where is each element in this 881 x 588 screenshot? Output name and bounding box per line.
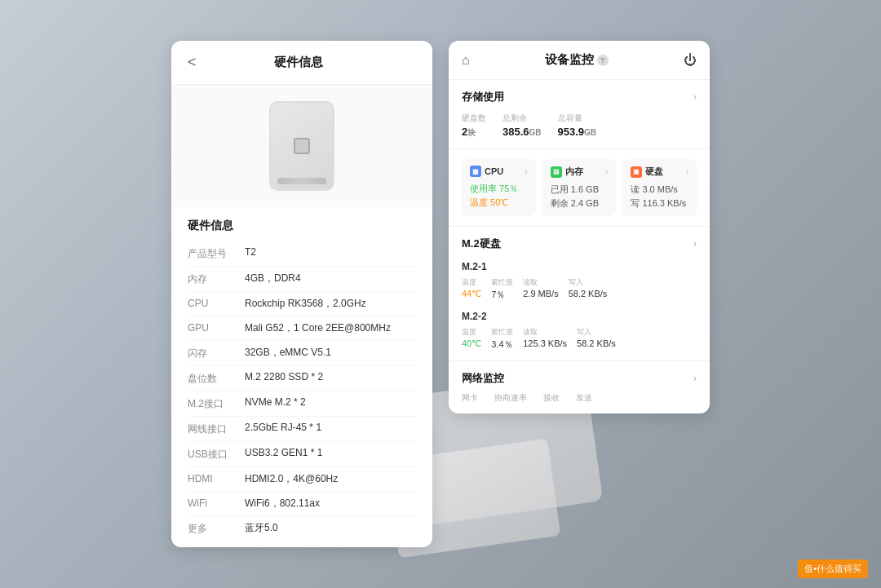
m2-busy: 紧忙度 7％	[491, 277, 513, 301]
hw-row: WiFi WiFi6，802.11ax	[188, 492, 416, 516]
cpu-icon: ▦	[470, 166, 481, 177]
hw-row: USB接口 USB3.2 GEN1 * 1	[188, 442, 416, 467]
network-col-label: 接收	[543, 392, 560, 404]
device-image	[269, 101, 334, 191]
panels-container: < 硬件信息 硬件信息 产品型号 T2 内存 4GB，DDR4 CPU Rock…	[155, 8, 726, 580]
network-col-label: 协商速率	[494, 392, 527, 404]
memory-card: ▤ 内存 › 已用 1.6 GB 剩余 2.4 GB	[542, 159, 617, 216]
storage-chevron[interactable]: ›	[693, 91, 697, 103]
disk-icon: ▣	[631, 166, 642, 178]
hw-row: HDMI HDMI2.0，4K@60Hz	[188, 467, 416, 492]
storage-title: 存储使用	[462, 90, 504, 104]
hw-row: 产品型号 T2	[188, 241, 416, 267]
m2-item-name: M.2-2	[462, 311, 697, 322]
total-value: 953.9GB	[558, 126, 597, 138]
network-col-label: 发送	[576, 392, 592, 404]
m2-drive-item: M.2-2 温度 40℃ 紧忙度 3.4％ 读取 125.3 KB/s 写入 5…	[462, 311, 697, 351]
hw-row: 闪存 32GB，eMMC V5.1	[188, 341, 416, 366]
remaining-label: 总剩余	[502, 113, 542, 124]
hw-section-title: 硬件信息	[188, 219, 416, 233]
hw-row-label: 产品型号	[188, 246, 245, 261]
m2-items: M.2-1 温度 44℃ 紧忙度 7％ 读取 2.9 MB/s 写入 58.2 …	[462, 261, 697, 351]
network-chevron[interactable]: ›	[693, 373, 697, 384]
hw-row-label: 盘位数	[188, 371, 245, 386]
hw-row-value: T2	[245, 246, 416, 258]
m2-read: 读取 2.9 MB/s	[523, 277, 558, 301]
network-section: 网络监控 › 网卡协商速率接收发送	[449, 361, 710, 413]
memory-chevron[interactable]: ›	[605, 167, 608, 176]
monitor-title-text: 设备监控	[545, 52, 594, 68]
m2-title: M.2硬盘	[462, 237, 501, 251]
hw-row-label: USB接口	[188, 447, 245, 462]
back-button[interactable]: <	[188, 54, 197, 71]
m2-section: M.2硬盘 › M.2-1 温度 44℃ 紧忙度 7％ 读取 2.9 MB/s …	[449, 227, 710, 361]
hw-row: 内存 4GB，DDR4	[188, 267, 416, 292]
cpu-card: ▦ CPU › 使用率 75％ 温度 50℃	[462, 159, 536, 216]
memory-label: ▤ 内存	[551, 166, 583, 178]
left-panel-title: 硬件信息	[197, 55, 401, 70]
hw-row-label: 更多	[188, 521, 245, 536]
disk-read: 读 3.0 MB/s	[631, 183, 688, 197]
disk-write: 写 116.3 KB/s	[631, 197, 688, 210]
disk-count-label: 硬盘数	[462, 113, 486, 124]
cpu-chevron[interactable]: ›	[525, 167, 527, 176]
hw-row-label: CPU	[188, 297, 245, 309]
left-panel-header: < 硬件信息	[171, 41, 432, 85]
hw-rows-container: 产品型号 T2 内存 4GB，DDR4 CPU Rockchip RK3568，…	[188, 241, 416, 541]
hw-row-value: 32GB，eMMC V5.1	[245, 346, 416, 360]
hw-row-value: Mali G52，1 Core 2EE@800MHz	[245, 321, 416, 335]
total-stat: 总容量 953.9GB	[558, 113, 597, 139]
cpu-card-header: ▦ CPU ›	[470, 166, 528, 177]
hw-row-label: 内存	[188, 272, 245, 286]
disk-chevron[interactable]: ›	[686, 167, 688, 176]
hw-row-label: M.2接口	[188, 396, 245, 411]
m2-temp: 温度 40℃	[462, 327, 481, 351]
cpu-usage: 使用率 75％	[470, 182, 528, 196]
hw-row: 盘位数 M.2 2280 SSD * 2	[188, 366, 416, 391]
hw-row: M.2接口 NVMe M.2 * 2	[188, 391, 416, 417]
hw-row-value: USB3.2 GEN1 * 1	[245, 447, 416, 458]
disk-card-header: ▣ 硬盘 ›	[631, 166, 688, 178]
hw-row-value: Rockchip RK3568，2.0GHz	[245, 297, 416, 311]
hw-row: GPU Mali G52，1 Core 2EE@800MHz	[188, 316, 416, 341]
cpu-label-text: CPU	[485, 166, 503, 176]
storage-header: 存储使用 ›	[462, 90, 697, 104]
disk-stats: 读 3.0 MB/s 写 116.3 KB/s	[631, 183, 688, 210]
memory-stats: 已用 1.6 GB 剩余 2.4 GB	[551, 183, 609, 210]
hw-row-value: NVMe M.2 * 2	[245, 396, 416, 408]
hw-row-value: 4GB，DDR4	[245, 272, 416, 285]
network-cols: 网卡协商速率接收发送	[462, 392, 697, 404]
disk-label-text: 硬盘	[645, 166, 663, 178]
disk-count-stat: 硬盘数 2块	[462, 113, 486, 139]
hw-row-value: WiFi6，802.11ax	[245, 497, 416, 511]
disk-card: ▣ 硬盘 › 读 3.0 MB/s 写 116.3 KB/s	[622, 159, 697, 216]
question-icon[interactable]: ?	[597, 55, 609, 66]
power-icon[interactable]: ⏻	[684, 53, 697, 68]
remaining-value: 385.6GB	[502, 126, 542, 138]
hw-row-value: 蓝牙5.0	[245, 521, 416, 535]
memory-icon: ▤	[551, 166, 562, 178]
right-panel-header: ⌂ 设备监控 ? ⏻	[449, 41, 710, 80]
hw-row-value: M.2 2280 SSD * 2	[245, 371, 416, 382]
hw-row: 更多 蓝牙5.0	[188, 516, 416, 541]
m2-write: 写入 58.2 KB/s	[577, 327, 616, 351]
hw-row: CPU Rockchip RK3568，2.0GHz	[188, 292, 416, 316]
storage-stats: 硬盘数 2块 总剩余 385.6GB 总容量 953.9GB	[462, 113, 697, 139]
cpu-stats: 使用率 75％ 温度 50℃	[470, 182, 528, 209]
hardware-info-section: 硬件信息 产品型号 T2 内存 4GB，DDR4 CPU Rockchip RK…	[171, 207, 432, 547]
m2-chevron[interactable]: ›	[693, 238, 697, 250]
monitor-title: 设备监控 ?	[545, 52, 609, 68]
hw-row-label: 闪存	[188, 346, 245, 360]
m2-busy: 紧忙度 3.4％	[491, 327, 513, 351]
m2-item-stats: 温度 44℃ 紧忙度 7％ 读取 2.9 MB/s 写入 58.2 KB/s	[462, 277, 697, 301]
hw-row: 网线接口 2.5GbE RJ-45 * 1	[188, 417, 416, 442]
disk-count-value: 2块	[462, 126, 486, 139]
device-monitor-panel: ⌂ 设备监控 ? ⏻ 存储使用 › 硬盘数 2块 总剩余	[449, 41, 710, 413]
watermark: 值•什么值得买	[798, 559, 868, 578]
hardware-info-panel: < 硬件信息 硬件信息 产品型号 T2 内存 4GB，DDR4 CPU Rock…	[171, 41, 432, 547]
memory-label-text: 内存	[565, 166, 583, 178]
home-icon[interactable]: ⌂	[462, 53, 470, 68]
m2-read: 读取 125.3 KB/s	[523, 327, 567, 351]
monitor-cards: ▦ CPU › 使用率 75％ 温度 50℃ ▤ 内存 ›	[449, 149, 710, 227]
disk-label: ▣ 硬盘	[631, 166, 663, 178]
